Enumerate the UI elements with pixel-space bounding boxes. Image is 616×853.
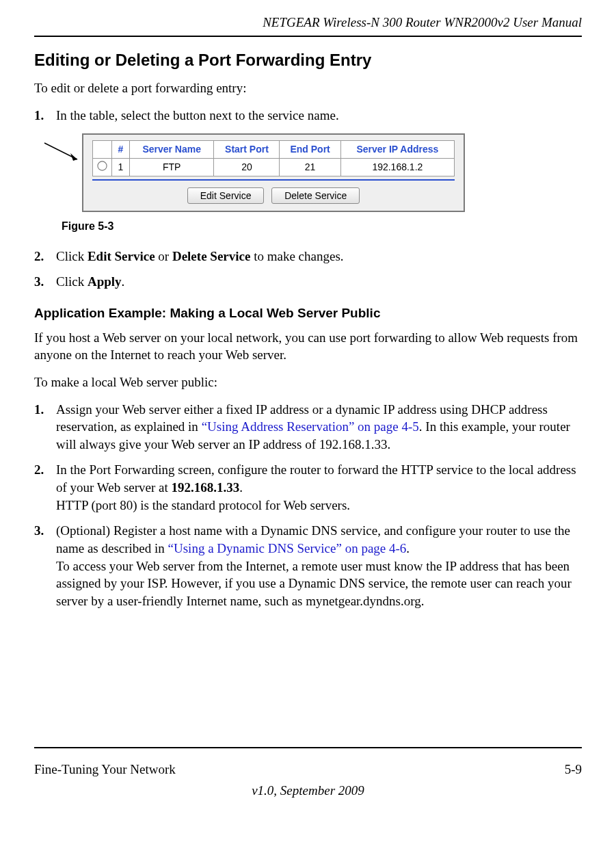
footer-chapter: Fine-Tuning Your Network [34, 761, 176, 778]
row-select-radio[interactable] [97, 161, 107, 171]
text-fragment: Click [56, 249, 88, 263]
text-fragment: . [122, 274, 125, 289]
text-fragment: . [239, 480, 243, 495]
sub-step-3: 3. (Optional) Register a host name with … [34, 522, 582, 609]
sub-step-1: 1. Assign your Web server either a fixed… [34, 401, 582, 454]
step-number: 3. [34, 522, 56, 609]
footer-page-number: 5-9 [565, 761, 582, 778]
edit-service-button[interactable]: Edit Service [187, 187, 265, 204]
edit-service-label: Edit Service [88, 249, 155, 263]
cell-start-port: 20 [214, 159, 280, 176]
col-number: # [112, 141, 130, 159]
step-3-text: Click Apply. [56, 273, 582, 291]
text-fragment: To access your Web server from the Inter… [56, 559, 572, 608]
port-forwarding-table: # Server Name Start Port End Port Server… [92, 140, 455, 176]
pointer-arrow-icon [43, 140, 84, 172]
step-1-text: In the table, select the button next to … [56, 107, 582, 124]
step-number: 2. [34, 248, 56, 265]
subsection-para1: If you host a Web server on your local n… [34, 329, 582, 364]
ip-address-bold: 192.168.1.33 [172, 480, 240, 495]
col-select [93, 141, 112, 159]
cell-number: 1 [112, 159, 130, 176]
header-divider [34, 36, 582, 37]
table-divider [92, 179, 455, 181]
step-2-text: Click Edit Service or Delete Service to … [56, 248, 582, 265]
step-number: 1. [34, 401, 56, 454]
text-fragment: In the Port Forwarding screen, configure… [56, 462, 576, 495]
table-row: 1 FTP 20 21 192.168.1.2 [93, 159, 455, 176]
delete-service-button[interactable]: Delete Service [271, 187, 360, 204]
sub-step-1-text: Assign your Web server either a fixed IP… [56, 401, 582, 454]
step-number: 1. [34, 107, 56, 124]
step-1-item: 1. In the table, select the button next … [34, 107, 582, 124]
cell-server-name: FTP [130, 159, 214, 176]
intro-paragraph: To edit or delete a port forwarding entr… [34, 79, 582, 97]
section-heading: Editing or Deleting a Port Forwarding En… [34, 49, 582, 71]
text-fragment: HTTP (port 80) is the standard protocol … [56, 498, 350, 512]
footer-version: v1.0, September 2009 [34, 782, 582, 800]
text-fragment: to make changes. [250, 249, 343, 263]
text-fragment: or [155, 249, 172, 263]
cell-server-ip: 192.168.1.2 [340, 159, 454, 176]
subsection-heading: Application Example: Making a Local Web … [34, 304, 582, 322]
step-number: 3. [34, 273, 56, 291]
sub-step-2: 2. In the Port Forwarding screen, config… [34, 461, 582, 514]
screenshot-panel: # Server Name Start Port End Port Server… [82, 133, 465, 212]
page-footer: Fine-Tuning Your Network 5-9 v1.0, Septe… [34, 747, 582, 800]
text-fragment: Click [56, 274, 88, 289]
figure-5-3-container: # Server Name Start Port End Port Server… [82, 133, 582, 212]
link-address-reservation[interactable]: “Using Address Reservation” on page 4-5 [202, 419, 419, 434]
sub-step-2-text: In the Port Forwarding screen, configure… [56, 461, 582, 514]
step-3-item: 3. Click Apply. [34, 273, 582, 291]
col-end-port: End Port [280, 141, 340, 159]
figure-caption: Figure 5-3 [62, 219, 582, 234]
sub-step-3-text: (Optional) Register a host name with a D… [56, 522, 582, 609]
col-server-name: Server Name [130, 141, 214, 159]
step-number: 2. [34, 461, 56, 514]
subsection-para2: To make a local Web server public: [34, 373, 582, 391]
col-start-port: Start Port [214, 141, 280, 159]
delete-service-label: Delete Service [172, 249, 250, 263]
step-2-item: 2. Click Edit Service or Delete Service … [34, 248, 582, 265]
apply-label: Apply [88, 274, 122, 289]
col-server-ip: Server IP Address [340, 141, 454, 159]
footer-divider [34, 747, 582, 748]
page-header-title: NETGEAR Wireless-N 300 Router WNR2000v2 … [34, 14, 582, 31]
cell-end-port: 21 [280, 159, 340, 176]
text-fragment: . [406, 541, 410, 555]
link-dynamic-dns[interactable]: “Using a Dynamic DNS Service” on page 4-… [168, 541, 407, 555]
